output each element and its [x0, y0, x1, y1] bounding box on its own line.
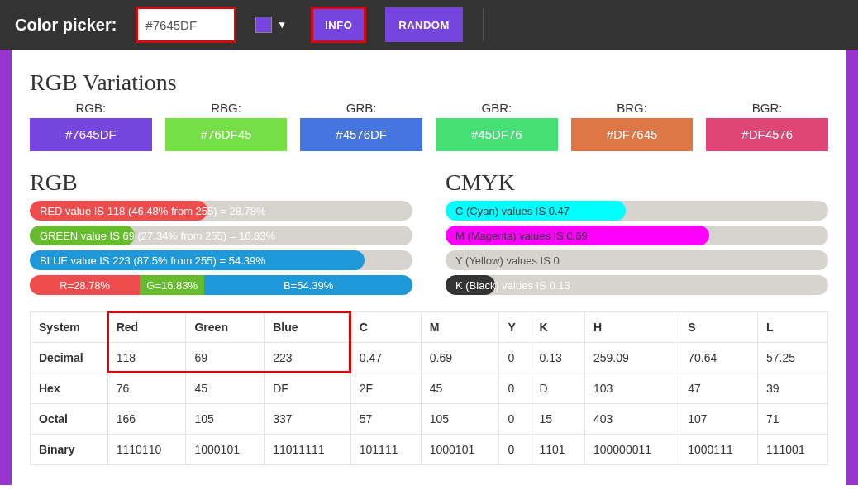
- rgb-section: RGB RED value IS 118 (46.48% from 255) =…: [30, 163, 412, 303]
- table-cell: 0: [499, 435, 531, 465]
- variation-label: GRB:: [300, 101, 422, 115]
- hex-input[interactable]: [136, 7, 236, 42]
- rgb-segment: B=54.39%: [204, 275, 412, 295]
- table-header: System: [31, 312, 108, 343]
- table-header: K: [531, 312, 584, 343]
- table-cell: 259.09: [584, 343, 679, 373]
- table-header: Red: [107, 312, 186, 343]
- table-header: L: [757, 312, 827, 343]
- rgb-segment: R=28.78%: [30, 275, 140, 295]
- table-cell: 1101: [531, 435, 584, 465]
- table-cell: 101111: [350, 435, 421, 465]
- table-cell: 223: [265, 343, 351, 373]
- table-row: Binary1110110100010111011111101111100010…: [31, 435, 828, 465]
- rgb-bar-fill: BLUE value IS 223 (87.5% from 255) = 54.…: [30, 250, 365, 270]
- variation: BGR:#DF4576: [706, 101, 828, 151]
- variation-label: BGR:: [706, 101, 828, 115]
- swatch-dropdown[interactable]: ▼: [255, 17, 292, 33]
- row-name: Binary: [31, 435, 108, 465]
- variation-chip[interactable]: #76DF45: [165, 118, 288, 151]
- row-name: Hex: [31, 373, 108, 404]
- topbar: Color picker: ▼ INFO RANDOM: [0, 0, 858, 50]
- app-title: Color picker:: [15, 16, 117, 35]
- table-cell: 1110110: [107, 435, 186, 465]
- variation-chip[interactable]: #45DF76: [436, 118, 558, 151]
- cmyk-bar-fill: K (Black) values IS 0.13: [446, 275, 495, 295]
- table-cell: 118: [107, 343, 186, 373]
- table-cell: 39: [757, 373, 827, 404]
- table-header: M: [421, 312, 499, 343]
- table-cell: 0.69: [421, 343, 499, 373]
- rgb-segment: G=16.83%: [140, 275, 204, 295]
- table-row: Decimal118692230.470.6900.13259.0970.645…: [31, 343, 828, 373]
- table-header: H: [584, 312, 679, 343]
- table-cell: 57: [350, 404, 421, 435]
- table-cell: 105: [186, 404, 265, 435]
- row-name: Decimal: [31, 343, 108, 373]
- table-cell: 76: [107, 373, 186, 404]
- cmyk-bar: Y (Yellow) values IS 0: [446, 250, 828, 270]
- table-header: Y: [499, 312, 531, 343]
- variation-chip[interactable]: #4576DF: [300, 118, 422, 151]
- system-table: SystemRedGreenBlueCMYKHSLDecimal11869223…: [30, 311, 828, 465]
- table-cell: 111001: [757, 435, 827, 465]
- table-cell: 100000011: [584, 435, 679, 465]
- variation: GRB:#4576DF: [300, 101, 422, 151]
- cmyk-bar-text: Y (Yellow) values IS 0: [455, 250, 560, 270]
- table-cell: 1000111: [679, 435, 758, 465]
- rgb-bar: RED value IS 118 (46.48% from 255) = 28.…: [30, 201, 412, 221]
- variation: BRG:#DF7645: [571, 101, 694, 151]
- table-cell: 403: [584, 404, 679, 435]
- cmyk-bar-fill: C (Cyan) values IS 0.47: [446, 201, 626, 221]
- row-name: Octal: [31, 404, 108, 435]
- variation-chip[interactable]: #DF7645: [571, 118, 694, 151]
- table-cell: 45: [421, 373, 499, 404]
- table-row: Hex7645DF2F450D1034739: [31, 373, 828, 404]
- rgb-bar: GREEN value IS 69 (27.34% from 255) = 16…: [30, 226, 412, 245]
- table-cell: 0: [499, 404, 531, 435]
- table-cell: 107: [679, 404, 758, 435]
- variations-grid: RGB:#7645DFRBG:#76DF45GRB:#4576DFGBR:#45…: [30, 101, 828, 151]
- table-cell: 103: [584, 373, 679, 404]
- table-cell: 71: [757, 404, 827, 435]
- table-cell: 70.64: [679, 343, 758, 373]
- rgb-bar-fill: GREEN value IS 69 (27.34% from 255) = 16…: [30, 226, 135, 245]
- table-cell: 57.25: [757, 343, 827, 373]
- variations-heading: RGB Variations: [30, 69, 828, 96]
- table-cell: 0: [499, 373, 531, 404]
- rgb-heading: RGB: [30, 169, 412, 196]
- side-accent-left: [0, 50, 12, 485]
- table-header: S: [679, 312, 758, 343]
- variation-chip[interactable]: #7645DF: [30, 118, 152, 151]
- table-cell: DF: [265, 373, 351, 404]
- random-button[interactable]: RANDOM: [385, 7, 463, 42]
- cmyk-section: CMYK C (Cyan) values IS 0.47M (Magenta) …: [446, 163, 828, 303]
- cmyk-bar: C (Cyan) values IS 0.47: [446, 201, 828, 221]
- table-cell: 105: [421, 404, 499, 435]
- variation-label: RGB:: [30, 101, 152, 115]
- table-cell: 15: [531, 404, 584, 435]
- table-cell: 1000101: [421, 435, 499, 465]
- variation: GBR:#45DF76: [436, 101, 558, 151]
- table-cell: 11011111: [265, 435, 351, 465]
- table-row: Octal1661053375710501540310771: [31, 404, 828, 435]
- table-header: C: [350, 312, 421, 343]
- table-cell: 0.47: [350, 343, 421, 373]
- info-button[interactable]: INFO: [312, 7, 365, 42]
- chevron-down-icon: ▼: [272, 20, 292, 30]
- cmyk-bar-fill: M (Magenta) values IS 0.69: [446, 226, 709, 245]
- rgb-split-bar: R=28.78%G=16.83%B=54.39%: [30, 275, 412, 295]
- table-cell: 0: [499, 343, 531, 373]
- divider: [483, 8, 484, 41]
- table-cell: 1000101: [186, 435, 265, 465]
- table-cell: 166: [107, 404, 186, 435]
- table-cell: 337: [265, 404, 351, 435]
- variation: RGB:#7645DF: [30, 101, 152, 151]
- rgb-bar-fill: RED value IS 118 (46.48% from 255) = 28.…: [30, 201, 207, 221]
- cmyk-bar: M (Magenta) values IS 0.69: [446, 226, 828, 245]
- table-header: Blue: [265, 312, 351, 343]
- table-cell: 69: [186, 343, 265, 373]
- color-swatch: [255, 17, 272, 33]
- variation-label: RBG:: [165, 101, 288, 115]
- variation-chip[interactable]: #DF4576: [706, 118, 828, 151]
